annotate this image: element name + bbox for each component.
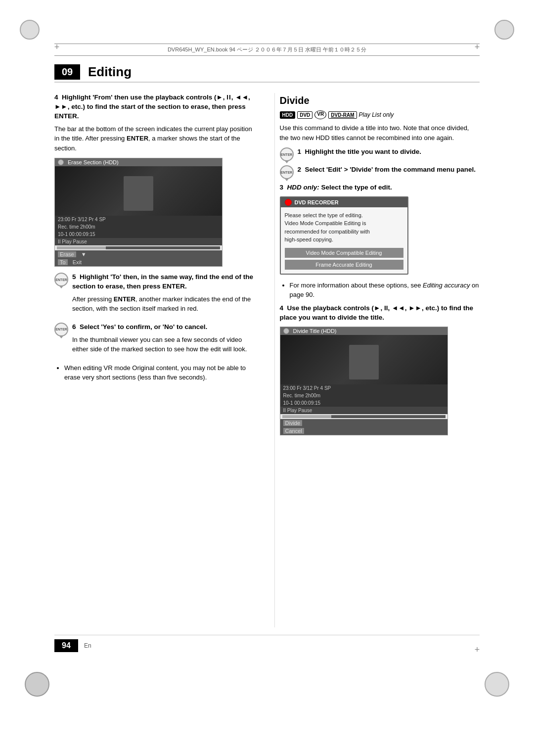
badge-hdd: HDD <box>280 111 296 119</box>
chapter-title: Editing <box>88 64 132 80</box>
dialog-body: Please select the type of editing.Video … <box>285 211 403 244</box>
left-bullet-1: When editing VR mode Original content, y… <box>64 363 255 382</box>
screenshot2-tc-text: 10-1 00:00:09:15 <box>283 400 321 406</box>
dialog-icon <box>285 199 292 206</box>
enter-icon-d2: ENTER <box>280 165 294 179</box>
screenshot2-rectime-text: Rec. time 2h00m <box>283 393 321 398</box>
screenshot2-divide-label: Divide <box>283 420 303 426</box>
screenshot2-submenu: Cancel <box>280 427 447 435</box>
step6-body: In the thumbnail viewer you can see a fe… <box>72 335 255 354</box>
video-mode-btn[interactable]: Video Mode Compatible Editing <box>285 248 403 258</box>
frame-accurate-btn[interactable]: Frame Accurate Editing <box>285 260 403 270</box>
screenshot2: Divide Title (HDD) 23:00 Fr 3/12 Pr 4 SP… <box>280 327 448 435</box>
type-edit-dialog: DVD RECORDER Please select the type of e… <box>280 196 408 275</box>
screenshot2-rectime: Rec. time 2h00m <box>280 392 447 399</box>
screenshot1-menu-arrow: ▼ <box>81 251 87 257</box>
left-column: 4 Highlight 'From' then use the playback… <box>54 93 260 627</box>
enter-icon-d1: ENTER <box>280 147 294 161</box>
screenshot2-body <box>280 335 447 384</box>
badge-suffix: Play List only <box>359 111 394 118</box>
screenshot1-tc: 10-1 00:00:09:15 <box>58 232 95 237</box>
divide-intro: Use this command to divide a title into … <box>280 123 480 142</box>
screenshot1-titlebar: Erase Section (HDD) <box>55 158 222 166</box>
dialog-title: DVD RECORDER <box>295 199 339 205</box>
screenshot2-video <box>280 335 447 384</box>
reg-circle-bl <box>25 672 49 697</box>
screenshot1-progress <box>57 246 220 249</box>
step3-italic: HDD only: <box>287 184 319 191</box>
screenshot2-progress <box>282 415 445 418</box>
dvd-icon-2 <box>283 328 289 334</box>
screenshot2-title: Divide Title (HDD) <box>293 328 337 334</box>
screenshot1-info: 23:00 Fr 3/12 Pr 4 SP <box>55 216 222 223</box>
badge-dvd: DVD <box>297 111 312 119</box>
divide-step1-heading: 1 Highlight the title you want to divide… <box>298 147 422 157</box>
divide-step2-heading: 2 Select 'Edit' > 'Divide' from the comm… <box>298 165 476 175</box>
screenshot2-timecode: 10-1 00:00:09:15 <box>280 399 447 407</box>
page-number: 94 <box>54 639 78 652</box>
step6-content: 6 Select 'Yes' to confirm, or 'No' to ca… <box>72 323 255 359</box>
chapter-number: 09 <box>54 64 80 80</box>
page-language: En <box>84 642 91 649</box>
screenshot1-menu: Erase ▼ <box>55 250 222 258</box>
chapter-header: 09 Editing <box>54 64 480 83</box>
step4-heading: 4 Highlight 'From' then use the playback… <box>54 93 255 121</box>
screenshot1-progress-fill <box>57 246 106 249</box>
screenshot2-menu: Divide <box>280 419 447 427</box>
format-badges: HDD DVD VR DVD-RAM Play List only <box>280 110 480 119</box>
step5-content: 5 Highlight 'To' then, in the same way, … <box>72 273 255 319</box>
enter-button-icon-5: ENTER <box>54 273 68 286</box>
divide-step4-heading: 4 Use the playback controls (►, II, ◄◄, … <box>280 304 480 323</box>
divide-step3-heading: 3 HDD only: Select the type of edit. <box>280 183 480 192</box>
divide-step1-row: ENTER 1 Highlight the title you want to … <box>280 147 480 161</box>
footer: 94 En <box>54 635 480 652</box>
video-figure <box>124 176 153 211</box>
right-bullet-1: For more information about these options… <box>290 281 480 300</box>
screenshot1-info1: 23:00 Fr 3/12 Pr 4 SP <box>58 217 106 222</box>
screenshot1-to: To <box>58 259 68 265</box>
right-column: Divide HDD DVD VR DVD-RAM Play List only… <box>274 93 480 627</box>
screenshot1-exit: Exit <box>73 259 82 265</box>
reg-circle-br <box>485 672 509 697</box>
step6-heading: 6 Select 'Yes' to confirm, or 'No' to ca… <box>72 323 255 332</box>
dvd-icon <box>58 159 64 165</box>
badge-vr: VR <box>314 110 326 119</box>
screenshot1-controls: II Play Pause <box>55 238 222 245</box>
reg-circle-tr <box>494 20 514 40</box>
screenshot2-info1-text: 23:00 Fr 3/12 Pr 4 SP <box>283 385 331 391</box>
screenshot1-video <box>55 166 222 216</box>
screenshot2-progress-fill <box>282 415 331 418</box>
divide-section-title: Divide <box>280 95 480 106</box>
step4-body: The bar at the bottom of the screen indi… <box>54 124 255 153</box>
step6-row: ENTER 6 Select 'Yes' to confirm, or 'No'… <box>54 323 255 359</box>
step5-row: ENTER 5 Highlight 'To' then, in the same… <box>54 273 255 319</box>
screenshot1-timecode: 10-1 00:00:09:15 <box>55 231 222 238</box>
screenshot2-status: II Play Pause <box>283 408 312 413</box>
video-figure-2 <box>349 345 379 379</box>
doc-header: DVR645H_WY_EN.book 94 ページ ２００６年７月５日 水曜日 … <box>54 44 480 56</box>
step5-heading: 5 Highlight 'To' then, in the same way, … <box>72 273 255 291</box>
screenshot1-rectime: Rec. time 2h00m <box>55 223 222 231</box>
step3-rest: Select the type of edit. <box>319 184 392 191</box>
screenshot2-titlebar: Divide Title (HDD) <box>280 327 447 335</box>
screenshot2-info1: 23:00 Fr 3/12 Pr 4 SP <box>280 384 447 392</box>
screenshot1-status: II Play Pause <box>58 239 87 244</box>
step5-body: After pressing ENTER, another marker ind… <box>72 294 255 314</box>
enter-button-icon-6: ENTER <box>54 323 68 336</box>
divide-step2-row: ENTER 2 Select 'Edit' > 'Divide' from th… <box>280 165 480 179</box>
screenshot1-submenu: To Exit <box>55 258 222 266</box>
screenshot1-body <box>55 166 222 216</box>
right-bullet-list: For more information about these options… <box>280 281 480 300</box>
screenshot2-cancel-label: Cancel <box>283 428 304 434</box>
badge-dvdram: DVD-RAM <box>328 111 356 119</box>
screenshot1-rectime-label: Rec. time 2h00m <box>58 224 95 230</box>
left-bullet-list: When editing VR mode Original content, y… <box>54 363 255 382</box>
screenshot2-controls: II Play Pause <box>280 407 447 414</box>
screenshot1-title: Erase Section (HDD) <box>68 159 119 165</box>
main-content: 4 Highlight 'From' then use the playback… <box>54 93 480 627</box>
screenshot1: Erase Section (HDD) 23:00 Fr 3/12 Pr 4 S… <box>54 158 222 267</box>
dialog-titlebar: DVD RECORDER <box>281 197 407 207</box>
screenshot1-menu-erase: Erase <box>58 251 76 257</box>
reg-circle-tl <box>20 20 40 40</box>
